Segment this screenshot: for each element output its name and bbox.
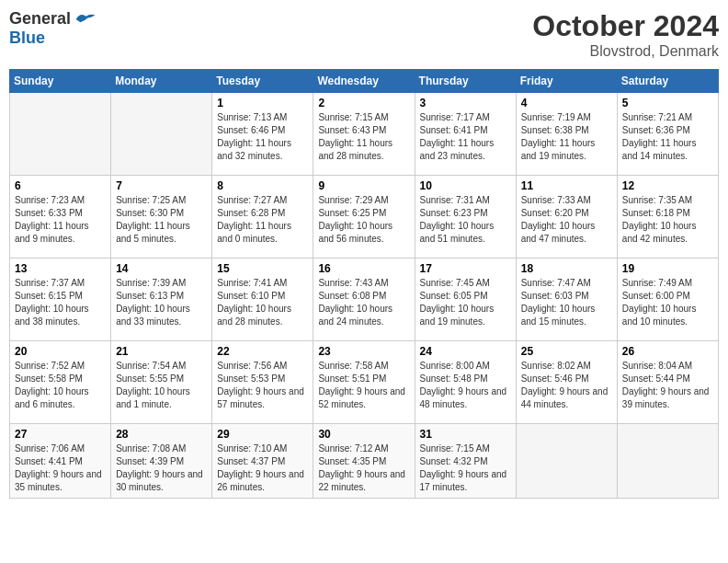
location-subtitle: Blovstrod, Denmark (532, 43, 719, 60)
calendar-cell: 13Sunrise: 7:37 AM Sunset: 6:15 PM Dayli… (10, 259, 111, 341)
day-info: Sunrise: 8:00 AM Sunset: 5:48 PM Dayligh… (420, 360, 511, 411)
day-number: 26 (622, 345, 713, 358)
day-info: Sunrise: 7:06 AM Sunset: 4:41 PM Dayligh… (15, 442, 106, 494)
calendar-cell: 28Sunrise: 7:08 AM Sunset: 4:39 PM Dayli… (111, 424, 212, 499)
day-info: Sunrise: 7:29 AM Sunset: 6:25 PM Dayligh… (318, 194, 409, 246)
day-number: 18 (521, 262, 612, 275)
weekday-header-monday: Monday (111, 70, 212, 93)
calendar-cell: 4Sunrise: 7:19 AM Sunset: 6:38 PM Daylig… (516, 93, 617, 176)
calendar-cell (111, 93, 212, 176)
day-info: Sunrise: 7:31 AM Sunset: 6:23 PM Dayligh… (420, 194, 511, 246)
day-number: 13 (15, 262, 106, 275)
page-header: General Blue October 2024 Blovstrod, Den… (9, 9, 719, 60)
weekday-header-friday: Friday (516, 70, 617, 93)
calendar-table: SundayMondayTuesdayWednesdayThursdayFrid… (9, 69, 719, 499)
day-info: Sunrise: 7:33 AM Sunset: 6:20 PM Dayligh… (521, 194, 612, 246)
calendar-cell: 30Sunrise: 7:12 AM Sunset: 4:35 PM Dayli… (313, 424, 415, 499)
day-number: 16 (318, 262, 409, 275)
calendar-cell: 31Sunrise: 7:15 AM Sunset: 4:32 PM Dayli… (415, 424, 516, 499)
calendar-cell (516, 424, 617, 499)
week-row-3: 13Sunrise: 7:37 AM Sunset: 6:15 PM Dayli… (10, 259, 719, 341)
calendar-cell: 29Sunrise: 7:10 AM Sunset: 4:37 PM Dayli… (212, 424, 313, 499)
day-info: Sunrise: 7:54 AM Sunset: 5:55 PM Dayligh… (116, 360, 207, 411)
day-info: Sunrise: 7:10 AM Sunset: 4:37 PM Dayligh… (217, 442, 308, 494)
day-number: 9 (318, 179, 409, 192)
calendar-cell: 20Sunrise: 7:52 AM Sunset: 5:58 PM Dayli… (10, 341, 111, 424)
calendar-cell: 23Sunrise: 7:58 AM Sunset: 5:51 PM Dayli… (313, 341, 415, 424)
day-info: Sunrise: 7:58 AM Sunset: 5:51 PM Dayligh… (318, 360, 409, 411)
calendar-cell: 17Sunrise: 7:45 AM Sunset: 6:05 PM Dayli… (415, 259, 516, 341)
day-info: Sunrise: 7:37 AM Sunset: 6:15 PM Dayligh… (15, 277, 106, 328)
calendar-cell: 21Sunrise: 7:54 AM Sunset: 5:55 PM Dayli… (111, 341, 212, 424)
calendar-cell: 2Sunrise: 7:15 AM Sunset: 6:43 PM Daylig… (313, 93, 415, 176)
day-number: 8 (217, 179, 308, 192)
week-row-2: 6Sunrise: 7:23 AM Sunset: 6:33 PM Daylig… (10, 176, 719, 259)
day-info: Sunrise: 7:23 AM Sunset: 6:33 PM Dayligh… (15, 194, 106, 246)
day-number: 22 (217, 345, 308, 358)
calendar-cell: 10Sunrise: 7:31 AM Sunset: 6:23 PM Dayli… (415, 176, 516, 259)
calendar-cell: 22Sunrise: 7:56 AM Sunset: 5:53 PM Dayli… (212, 341, 313, 424)
day-number: 30 (318, 428, 409, 441)
calendar-cell: 18Sunrise: 7:47 AM Sunset: 6:03 PM Dayli… (516, 259, 617, 341)
day-number: 27 (15, 428, 106, 441)
calendar-cell: 25Sunrise: 8:02 AM Sunset: 5:46 PM Dayli… (516, 341, 617, 424)
weekday-header-wednesday: Wednesday (313, 70, 415, 93)
day-number: 12 (622, 179, 713, 192)
day-info: Sunrise: 7:15 AM Sunset: 4:32 PM Dayligh… (420, 442, 511, 494)
calendar-cell: 7Sunrise: 7:25 AM Sunset: 6:30 PM Daylig… (111, 176, 212, 259)
day-number: 11 (521, 179, 612, 192)
calendar-cell: 9Sunrise: 7:29 AM Sunset: 6:25 PM Daylig… (313, 176, 415, 259)
logo: General Blue (9, 9, 97, 48)
day-number: 15 (217, 262, 308, 275)
calendar-cell: 12Sunrise: 7:35 AM Sunset: 6:18 PM Dayli… (617, 176, 718, 259)
day-info: Sunrise: 7:25 AM Sunset: 6:30 PM Dayligh… (116, 194, 207, 246)
day-info: Sunrise: 7:41 AM Sunset: 6:10 PM Dayligh… (217, 277, 308, 328)
day-info: Sunrise: 8:02 AM Sunset: 5:46 PM Dayligh… (521, 360, 612, 411)
day-number: 23 (318, 345, 409, 358)
day-number: 25 (521, 345, 612, 358)
calendar-cell: 11Sunrise: 7:33 AM Sunset: 6:20 PM Dayli… (516, 176, 617, 259)
day-info: Sunrise: 7:12 AM Sunset: 4:35 PM Dayligh… (318, 442, 409, 494)
day-number: 5 (622, 97, 713, 109)
day-info: Sunrise: 7:43 AM Sunset: 6:08 PM Dayligh… (318, 277, 409, 328)
day-number: 19 (622, 262, 713, 275)
calendar-cell: 1Sunrise: 7:13 AM Sunset: 6:46 PM Daylig… (212, 93, 313, 176)
day-info: Sunrise: 7:35 AM Sunset: 6:18 PM Dayligh… (622, 194, 713, 246)
calendar-cell (617, 424, 718, 499)
day-info: Sunrise: 7:19 AM Sunset: 6:38 PM Dayligh… (521, 111, 612, 163)
calendar-cell: 26Sunrise: 8:04 AM Sunset: 5:44 PM Dayli… (617, 341, 718, 424)
calendar-cell: 16Sunrise: 7:43 AM Sunset: 6:08 PM Dayli… (313, 259, 415, 341)
day-info: Sunrise: 7:17 AM Sunset: 6:41 PM Dayligh… (420, 111, 511, 163)
day-info: Sunrise: 8:04 AM Sunset: 5:44 PM Dayligh… (622, 360, 713, 411)
weekday-header-tuesday: Tuesday (212, 70, 313, 93)
day-number: 31 (420, 428, 511, 441)
week-row-1: 1Sunrise: 7:13 AM Sunset: 6:46 PM Daylig… (10, 93, 719, 176)
day-number: 17 (420, 262, 511, 275)
day-info: Sunrise: 7:49 AM Sunset: 6:00 PM Dayligh… (622, 277, 713, 328)
title-block: October 2024 Blovstrod, Denmark (532, 9, 719, 60)
day-number: 7 (116, 179, 207, 192)
logo-blue-text: Blue (9, 29, 45, 48)
day-info: Sunrise: 7:08 AM Sunset: 4:39 PM Dayligh… (116, 442, 207, 494)
day-number: 6 (15, 179, 106, 192)
logo-bird-icon (74, 10, 97, 29)
calendar-cell: 5Sunrise: 7:21 AM Sunset: 6:36 PM Daylig… (617, 93, 718, 176)
day-number: 14 (116, 262, 207, 275)
day-info: Sunrise: 7:56 AM Sunset: 5:53 PM Dayligh… (217, 360, 308, 411)
calendar-header-row: SundayMondayTuesdayWednesdayThursdayFrid… (10, 70, 719, 93)
day-number: 20 (15, 345, 106, 358)
weekday-header-thursday: Thursday (415, 70, 516, 93)
calendar-cell: 6Sunrise: 7:23 AM Sunset: 6:33 PM Daylig… (10, 176, 111, 259)
day-number: 29 (217, 428, 308, 441)
calendar-cell: 3Sunrise: 7:17 AM Sunset: 6:41 PM Daylig… (415, 93, 516, 176)
day-info: Sunrise: 7:45 AM Sunset: 6:05 PM Dayligh… (420, 277, 511, 328)
week-row-5: 27Sunrise: 7:06 AM Sunset: 4:41 PM Dayli… (10, 424, 719, 499)
week-row-4: 20Sunrise: 7:52 AM Sunset: 5:58 PM Dayli… (10, 341, 719, 424)
month-title: October 2024 (532, 9, 719, 43)
day-number: 1 (217, 97, 308, 109)
calendar-cell (10, 93, 111, 176)
day-number: 4 (521, 97, 612, 109)
calendar-cell: 14Sunrise: 7:39 AM Sunset: 6:13 PM Dayli… (111, 259, 212, 341)
calendar-cell: 15Sunrise: 7:41 AM Sunset: 6:10 PM Dayli… (212, 259, 313, 341)
day-info: Sunrise: 7:21 AM Sunset: 6:36 PM Dayligh… (622, 111, 713, 163)
